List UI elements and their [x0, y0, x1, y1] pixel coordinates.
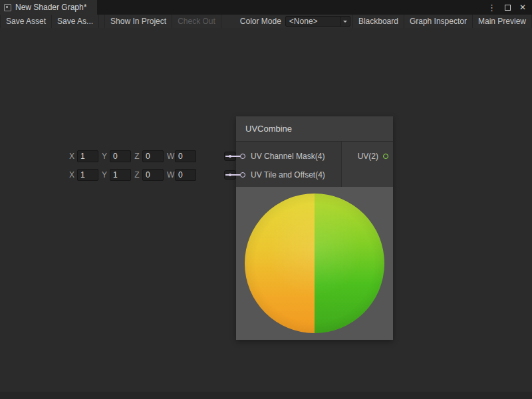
sphere-right-half	[315, 194, 384, 333]
component-value-x[interactable]	[77, 150, 98, 162]
node-output-section: UV(2)	[341, 142, 393, 187]
component-value-x[interactable]	[77, 169, 98, 181]
vector4-input-row-1: X Y Z W	[69, 150, 236, 162]
vector-component-w: W	[167, 150, 196, 162]
component-label-y: Y	[102, 170, 107, 180]
component-value-w[interactable]	[175, 150, 196, 162]
vector-component-x: X	[69, 169, 98, 181]
edge-wire[interactable]	[225, 156, 240, 157]
vector4-input-row-2: X Y Z W	[69, 169, 236, 181]
node-title: UVCombine	[245, 124, 292, 134]
window-controls: ⋮ ✕	[487, 0, 532, 15]
component-value-z[interactable]	[142, 169, 164, 181]
input-port-row: UV Tile and Offset(4)	[236, 166, 341, 184]
vector-component-y: Y	[102, 150, 131, 162]
unity-shader-graph-window: New Shader Graph* ⋮ ✕ Save Asset Save As…	[0, 0, 532, 399]
node-preview	[236, 187, 393, 340]
chevron-down-icon	[340, 17, 350, 26]
color-mode-control: Color Mode <None>	[240, 15, 350, 28]
vector-component-z: Z	[134, 150, 164, 162]
color-mode-value: <None>	[286, 17, 340, 26]
show-in-project-button[interactable]: Show In Project	[104, 15, 172, 28]
more-menu-icon[interactable]: ⋮	[487, 3, 496, 12]
component-label-w: W	[167, 170, 172, 180]
blackboard-button[interactable]: Blackboard	[352, 15, 404, 28]
output-port-row: UV(2)	[358, 147, 388, 166]
vector-component-x: X	[69, 150, 98, 162]
input-port-row: UV Channel Mask(4)	[236, 147, 341, 166]
component-value-w[interactable]	[175, 169, 196, 181]
check-out-button[interactable]: Check Out	[172, 15, 221, 28]
input-port-label: UV Channel Mask(4)	[251, 152, 325, 161]
graph-canvas[interactable]: X Y Z W X	[0, 28, 532, 399]
color-mode-label: Color Mode	[240, 17, 281, 26]
output-port-icon[interactable]	[383, 154, 388, 159]
uvcombine-node[interactable]: UVCombine UV Channel Mask(4) UV Tile and…	[236, 116, 393, 340]
component-label-z: Z	[134, 170, 140, 180]
tab-new-shader-graph[interactable]: New Shader Graph*	[0, 0, 97, 15]
tab-title: New Shader Graph*	[15, 3, 86, 12]
node-header[interactable]: UVCombine	[236, 116, 393, 142]
color-mode-dropdown[interactable]: <None>	[285, 16, 350, 27]
component-value-z[interactable]	[142, 150, 164, 162]
node-body: UV Channel Mask(4) UV Tile and Offset(4)…	[236, 142, 393, 187]
window-bottom-edge	[0, 392, 532, 399]
maximize-icon[interactable]	[505, 5, 511, 11]
sphere-left-half	[245, 194, 315, 333]
shader-graph-asset-icon	[4, 4, 11, 11]
vector-component-w: W	[167, 169, 196, 181]
vector-component-y: Y	[102, 169, 131, 181]
component-value-y[interactable]	[110, 169, 131, 181]
component-label-x: X	[69, 170, 74, 180]
component-value-y[interactable]	[110, 150, 131, 162]
component-label-y: Y	[102, 152, 107, 161]
input-port-icon[interactable]	[240, 154, 245, 159]
save-asset-button[interactable]: Save Asset	[0, 15, 52, 28]
main-preview-button[interactable]: Main Preview	[473, 15, 532, 28]
component-label-z: Z	[134, 152, 140, 161]
close-icon[interactable]: ✕	[519, 3, 526, 11]
vector-component-z: Z	[134, 169, 164, 181]
component-label-x: X	[69, 152, 74, 161]
input-port-label: UV Tile and Offset(4)	[251, 170, 325, 180]
graph-inspector-button[interactable]: Graph Inspector	[404, 15, 473, 28]
save-as-button[interactable]: Save As...	[52, 15, 99, 28]
input-port-icon[interactable]	[240, 172, 245, 178]
tab-bar: New Shader Graph* ⋮ ✕	[0, 0, 532, 15]
output-port-label: UV(2)	[358, 152, 378, 161]
toolbar: Save Asset Save As... Show In Project Ch…	[0, 15, 532, 28]
edge-wire[interactable]	[225, 174, 240, 176]
preview-sphere	[245, 194, 384, 333]
node-input-ports: UV Channel Mask(4) UV Tile and Offset(4)	[236, 142, 341, 187]
component-label-w: W	[167, 152, 172, 161]
toolbar-gap	[99, 15, 104, 28]
